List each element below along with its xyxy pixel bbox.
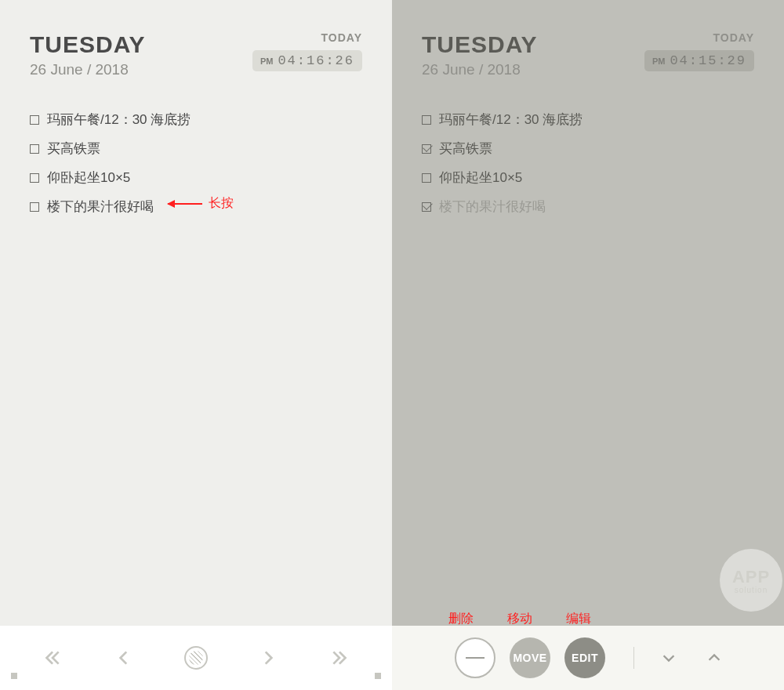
move-up-button[interactable] bbox=[699, 642, 730, 674]
todo-text: 仰卧起坐10×5 bbox=[439, 169, 522, 187]
handle-icon bbox=[11, 673, 17, 679]
todo-text: 买高铁票 bbox=[47, 140, 100, 158]
todo-item[interactable]: 仰卧起坐10×5 bbox=[422, 163, 754, 192]
todo-text: 楼下的果汁很好喝 bbox=[439, 198, 546, 216]
arrow-icon bbox=[168, 203, 202, 205]
todo-text: 仰卧起坐10×5 bbox=[47, 169, 130, 187]
todo-item[interactable]: 仰卧起坐10×5 bbox=[30, 163, 362, 192]
handle-icon bbox=[375, 673, 381, 679]
checkbox-icon[interactable] bbox=[422, 115, 431, 125]
nav-first-button[interactable] bbox=[33, 639, 71, 677]
nav-prev-button[interactable] bbox=[105, 639, 143, 677]
todo-item[interactable]: 买高铁票 bbox=[422, 134, 754, 163]
watermark: APP solution bbox=[720, 549, 782, 612]
checkbox-checked-icon[interactable] bbox=[422, 144, 431, 154]
time-pill: PM 04:15:29 bbox=[644, 50, 754, 71]
checkbox-checked-icon[interactable] bbox=[422, 202, 431, 212]
todo-text: 楼下的果汁很好喝 bbox=[47, 198, 154, 216]
delete-button[interactable] bbox=[455, 637, 495, 678]
nav-last-button[interactable] bbox=[321, 639, 359, 677]
todo-list: 玛丽午餐/12：30 海底捞 买高铁票 仰卧起坐10×5 楼下的果汁很好喝 bbox=[422, 105, 754, 221]
bottom-action-bar: MOVE EDIT bbox=[392, 626, 784, 690]
watermark-small: solution bbox=[735, 586, 768, 594]
action-cluster: MOVE EDIT bbox=[455, 637, 605, 678]
time-digits: 04:15:29 bbox=[670, 53, 746, 68]
todo-item[interactable]: 买高铁票 bbox=[30, 134, 362, 163]
todo-text: 玛丽午餐/12：30 海底捞 bbox=[47, 111, 191, 129]
today-label: TODAY bbox=[644, 31, 754, 44]
checkbox-icon[interactable] bbox=[422, 173, 431, 183]
content-area: TUESDAY 26 June / 2018 TODAY PM 04:16:26… bbox=[0, 0, 392, 626]
move-label: 移动 bbox=[504, 611, 535, 627]
time-pill: PM 04:16:26 bbox=[252, 50, 362, 71]
day-name: TUESDAY bbox=[422, 31, 538, 58]
content-area: TUESDAY 26 June / 2018 TODAY PM 04:15:29… bbox=[392, 0, 784, 626]
bottom-nav-bar bbox=[0, 626, 392, 690]
today-label: TODAY bbox=[252, 31, 362, 44]
todo-text: 玛丽午餐/12：30 海底捞 bbox=[439, 111, 583, 129]
screen-normal: TUESDAY 26 June / 2018 TODAY PM 04:16:26… bbox=[0, 0, 392, 690]
nav-next-button[interactable] bbox=[249, 639, 287, 677]
hatched-circle-icon bbox=[184, 646, 208, 670]
date-string: 26 June / 2018 bbox=[422, 61, 538, 78]
checkbox-icon[interactable] bbox=[30, 173, 39, 183]
action-annotations: 删除 移动 编辑 bbox=[445, 611, 594, 627]
annotation-arrow: 长按 bbox=[168, 195, 234, 212]
move-button[interactable]: MOVE bbox=[510, 637, 550, 678]
watermark-big: APP bbox=[732, 567, 770, 587]
header: TUESDAY 26 June / 2018 TODAY PM 04:15:29 bbox=[422, 31, 754, 78]
edit-button[interactable]: EDIT bbox=[564, 637, 605, 678]
header: TUESDAY 26 June / 2018 TODAY PM 04:16:26 bbox=[30, 31, 362, 78]
time-ampm: PM bbox=[260, 56, 274, 66]
checkbox-icon[interactable] bbox=[30, 202, 39, 212]
date-string: 26 June / 2018 bbox=[30, 61, 146, 78]
separator bbox=[633, 647, 634, 669]
todo-text: 买高铁票 bbox=[439, 140, 492, 158]
nav-add-button[interactable] bbox=[177, 639, 215, 677]
delete-label: 删除 bbox=[445, 611, 477, 627]
move-down-button[interactable] bbox=[653, 642, 684, 674]
time-digits: 04:16:26 bbox=[278, 53, 354, 68]
todo-item[interactable]: 玛丽午餐/12：30 海底捞 bbox=[422, 105, 754, 134]
checkbox-icon[interactable] bbox=[30, 144, 39, 154]
time-ampm: PM bbox=[652, 56, 666, 66]
day-name: TUESDAY bbox=[30, 31, 146, 58]
annotation-label: 长按 bbox=[209, 195, 234, 212]
todo-item[interactable]: 玛丽午餐/12：30 海底捞 bbox=[30, 105, 362, 134]
todo-item[interactable]: 楼下的果汁很好喝 bbox=[422, 192, 754, 221]
edit-label: 编辑 bbox=[563, 611, 594, 627]
checkbox-icon[interactable] bbox=[30, 115, 39, 125]
